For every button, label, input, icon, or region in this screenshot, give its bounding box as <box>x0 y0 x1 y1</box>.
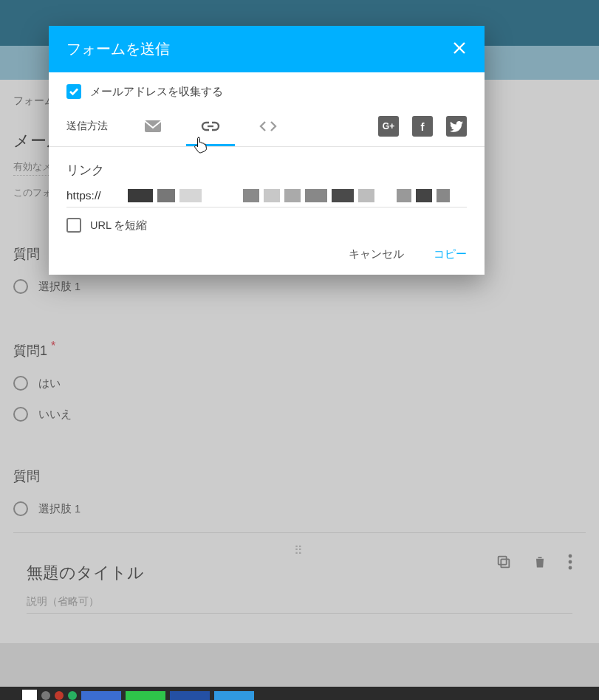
url-redacted <box>128 189 467 202</box>
send-form-modal: フォームを送信 メールアドレスを収集する 送信方法 <box>49 26 485 275</box>
task-dot <box>55 691 64 700</box>
tab-embed[interactable] <box>256 115 281 137</box>
task-item[interactable] <box>214 691 254 700</box>
modal-title: フォームを送信 <box>66 39 170 59</box>
task-item[interactable] <box>126 691 165 700</box>
send-method-row: 送信方法 G+ f <box>66 115 467 137</box>
modal-header: フォームを送信 <box>49 26 485 72</box>
task-dot <box>68 691 77 700</box>
shorten-url-label: URL を短縮 <box>90 219 148 233</box>
share-googleplus-icon[interactable]: G+ <box>378 116 399 137</box>
collect-email-row[interactable]: メールアドレスを収集する <box>66 84 467 99</box>
task-item[interactable] <box>170 691 210 700</box>
url-field[interactable]: https:// <box>66 189 467 207</box>
cancel-button[interactable]: キャンセル <box>349 247 404 261</box>
method-label: 送信方法 <box>66 120 108 133</box>
url-prefix: https:// <box>66 189 123 202</box>
share-facebook-icon[interactable]: f <box>412 116 433 137</box>
copy-button[interactable]: コピー <box>434 247 467 261</box>
divider <box>49 146 485 147</box>
checkbox-empty-icon <box>66 218 81 233</box>
link-section-title: リンク <box>66 162 467 179</box>
svg-rect-7 <box>145 120 161 132</box>
checkbox-checked-icon <box>66 84 81 99</box>
modal-actions: キャンセル コピー <box>66 247 467 261</box>
close-icon[interactable] <box>452 41 467 58</box>
task-dot <box>41 691 50 700</box>
cursor-hand-icon <box>194 136 208 157</box>
task-item[interactable] <box>81 691 121 700</box>
tab-link[interactable] <box>198 115 223 137</box>
shorten-url-row[interactable]: URL を短縮 <box>66 218 467 233</box>
collect-email-label: メールアドレスを収集する <box>90 85 223 99</box>
tab-email[interactable] <box>140 115 165 137</box>
os-taskbar[interactable] <box>0 687 599 700</box>
share-twitter-icon[interactable] <box>446 116 467 137</box>
